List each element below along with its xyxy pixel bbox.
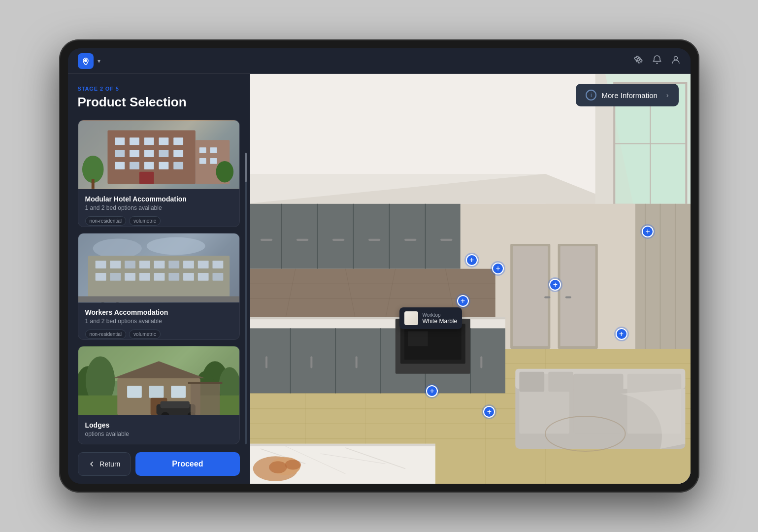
product-info-workers: Workers Accommodation 1 and 2 bed option… [78,302,239,340]
device-screen: ▾ [68,48,691,484]
svg-rect-39 [183,261,194,268]
tooltip-text: Worktop White Marble [422,312,457,325]
app-menu-chevron[interactable]: ▾ [98,58,100,65]
svg-rect-140 [513,246,548,346]
sidebar: STAGE 2 OF 5 Product Selection [68,74,250,484]
product-desc-workers: 1 and 2 bed options available [85,318,232,325]
product-name-lodges: Lodges [85,421,232,429]
svg-rect-46 [154,273,165,281]
svg-rect-141 [544,297,550,299]
svg-rect-68 [171,386,186,398]
svg-rect-112 [404,239,416,241]
return-button[interactable]: Return [78,452,131,476]
main-content: STAGE 2 OF 5 Product Selection [68,74,691,484]
svg-rect-113 [440,239,452,241]
settings-icon[interactable] [633,55,643,67]
svg-rect-15 [115,162,125,169]
app-logo-icon[interactable] [78,53,94,69]
svg-rect-75 [188,382,222,384]
svg-rect-42 [95,273,106,281]
svg-point-28 [216,161,233,183]
svg-rect-134 [480,356,482,368]
tag-volumetric-workers: volumetric [129,330,161,339]
svg-rect-11 [130,150,139,157]
product-card-workers[interactable]: Workers Accommodation 1 and 2 bed option… [78,233,240,340]
tag-non-residential-hotel: non-residential [85,216,127,226]
notifications-icon[interactable] [652,55,662,67]
proceed-button[interactable]: Proceed [135,452,239,476]
worktop-tooltip[interactable]: Worktop White Marble [399,307,462,329]
svg-rect-37 [154,261,165,268]
hotspot-3[interactable]: + [466,254,478,266]
scene-background [250,74,691,484]
svg-rect-108 [260,239,272,241]
hotspot-4[interactable]: + [457,295,469,307]
svg-rect-148 [573,374,623,434]
more-info-label: More Information [601,91,657,100]
svg-rect-110 [332,239,344,241]
svg-rect-36 [139,261,150,268]
svg-rect-158 [250,444,435,446]
proceed-label: Proceed [172,460,203,468]
product-info-lodges: Lodges options available [78,415,239,444]
info-icon: i [586,90,596,100]
svg-rect-10 [115,150,125,157]
svg-rect-74 [190,383,219,415]
device-frame: ▾ [59,39,699,493]
svg-rect-143 [560,246,595,346]
tag-volumetric-hotel: volumetric [129,216,161,226]
product-list: Modular Hotel Accommodation 1 and 2 bed … [78,120,240,444]
svg-rect-12 [144,150,154,157]
tag-non-residential-workers: non-residential [85,330,127,339]
product-card-hotel[interactable]: Modular Hotel Accommodation 1 and 2 bed … [78,120,240,227]
bottom-buttons: Return Proceed [78,452,240,476]
svg-rect-131 [355,356,357,368]
svg-rect-50 [212,273,223,281]
svg-rect-5 [115,137,125,145]
product-desc-hotel: 1 and 2 bed options available [85,204,232,211]
svg-point-31 [146,237,205,255]
svg-rect-19 [173,162,183,169]
hotspot-1[interactable]: + [492,263,504,274]
svg-rect-40 [198,261,208,268]
hotspot-5[interactable]: + [616,328,627,340]
top-bar-left: ▾ [78,53,100,69]
more-info-button[interactable]: i More Information › [576,84,678,106]
svg-rect-25 [210,158,217,164]
svg-rect-41 [212,261,223,268]
hotspot-8[interactable]: + [642,226,654,237]
svg-point-0 [84,59,87,62]
tooltip-label: Worktop [422,312,457,318]
return-arrow-icon [88,460,96,468]
page-title: Product Selection [78,95,240,110]
svg-rect-22 [199,147,206,153]
svg-rect-24 [199,158,206,164]
svg-rect-129 [265,356,267,368]
top-bar: ▾ [68,48,691,74]
svg-rect-109 [296,239,308,241]
svg-rect-23 [210,147,217,153]
product-name-workers: Workers Accommodation [85,308,232,316]
svg-rect-16 [130,162,139,169]
stage-label: STAGE 2 OF 5 [78,86,240,92]
product-tags-workers: non-residential volumetric [85,330,232,339]
svg-rect-47 [168,273,179,281]
svg-rect-8 [159,137,168,145]
product-card-lodges[interactable]: Lodges options available [78,346,240,444]
svg-rect-6 [130,137,139,145]
svg-rect-144 [565,297,571,299]
svg-rect-17 [144,162,154,169]
svg-rect-48 [183,273,194,281]
svg-rect-33 [95,261,106,268]
product-name-hotel: Modular Hotel Accommodation [85,195,232,203]
svg-rect-13 [159,150,168,157]
svg-rect-45 [139,273,150,281]
svg-rect-49 [198,273,208,281]
svg-rect-130 [310,356,312,368]
svg-rect-67 [149,386,164,398]
svg-rect-55 [78,296,239,302]
tooltip-value: White Marble [422,318,457,325]
svg-rect-34 [110,261,121,268]
view-panel: i More Information › + + + + + + + + Wor… [250,74,691,484]
user-icon[interactable] [671,55,681,67]
